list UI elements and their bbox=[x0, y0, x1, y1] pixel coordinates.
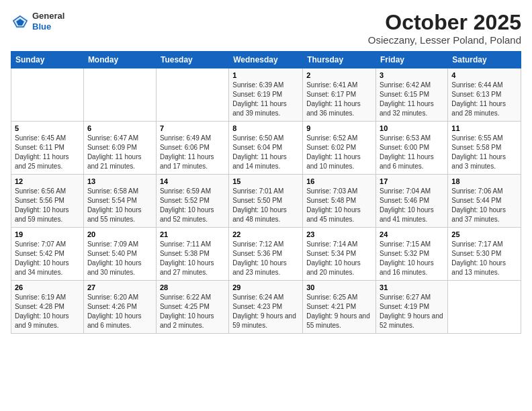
calendar-cell: 8Sunrise: 6:50 AM Sunset: 6:04 PM Daylig… bbox=[229, 122, 303, 175]
calendar-cell: 3Sunrise: 6:42 AM Sunset: 6:15 PM Daylig… bbox=[376, 68, 448, 122]
day-number: 15 bbox=[232, 177, 299, 185]
day-info: Sunrise: 6:39 AM Sunset: 6:19 PM Dayligh… bbox=[232, 81, 299, 118]
calendar-cell: 1Sunrise: 6:39 AM Sunset: 6:19 PM Daylig… bbox=[229, 68, 303, 122]
day-number: 13 bbox=[87, 177, 152, 185]
calendar-cell: 9Sunrise: 6:52 AM Sunset: 6:02 PM Daylig… bbox=[303, 122, 376, 175]
calendar-cell: 22Sunrise: 7:12 AM Sunset: 5:36 PM Dayli… bbox=[229, 228, 303, 281]
calendar-cell: 23Sunrise: 7:14 AM Sunset: 5:34 PM Dayli… bbox=[303, 228, 376, 281]
day-number: 12 bbox=[15, 177, 80, 185]
calendar-cell: 27Sunrise: 6:20 AM Sunset: 4:26 PM Dayli… bbox=[83, 281, 156, 334]
weekday-header-friday: Friday bbox=[376, 52, 448, 68]
day-number: 29 bbox=[232, 283, 299, 291]
calendar-cell: 17Sunrise: 7:04 AM Sunset: 5:46 PM Dayli… bbox=[376, 175, 448, 228]
day-info: Sunrise: 6:56 AM Sunset: 5:56 PM Dayligh… bbox=[15, 187, 80, 224]
weekday-header-monday: Monday bbox=[83, 52, 156, 68]
day-info: Sunrise: 6:19 AM Sunset: 4:28 PM Dayligh… bbox=[15, 293, 80, 330]
day-number: 23 bbox=[306, 230, 372, 238]
calendar-week-3: 12Sunrise: 6:56 AM Sunset: 5:56 PM Dayli… bbox=[11, 175, 521, 228]
calendar-cell: 4Sunrise: 6:44 AM Sunset: 6:13 PM Daylig… bbox=[448, 68, 521, 122]
day-number: 30 bbox=[306, 283, 372, 291]
calendar-cell: 24Sunrise: 7:15 AM Sunset: 5:32 PM Dayli… bbox=[376, 228, 448, 281]
day-info: Sunrise: 6:44 AM Sunset: 6:13 PM Dayligh… bbox=[451, 81, 517, 118]
calendar-cell bbox=[11, 68, 84, 122]
day-info: Sunrise: 6:59 AM Sunset: 5:52 PM Dayligh… bbox=[160, 187, 225, 224]
day-number: 18 bbox=[451, 177, 517, 185]
calendar-cell: 29Sunrise: 6:24 AM Sunset: 4:23 PM Dayli… bbox=[229, 281, 303, 334]
day-info: Sunrise: 7:01 AM Sunset: 5:50 PM Dayligh… bbox=[232, 187, 299, 224]
day-info: Sunrise: 7:11 AM Sunset: 5:38 PM Dayligh… bbox=[160, 240, 225, 277]
weekday-header-thursday: Thursday bbox=[303, 52, 376, 68]
day-number: 14 bbox=[160, 177, 225, 185]
day-number: 27 bbox=[87, 283, 152, 291]
logo: General Blue bbox=[11, 11, 64, 32]
day-info: Sunrise: 7:17 AM Sunset: 5:30 PM Dayligh… bbox=[451, 240, 517, 277]
day-info: Sunrise: 7:07 AM Sunset: 5:42 PM Dayligh… bbox=[15, 240, 80, 277]
weekday-header-wednesday: Wednesday bbox=[229, 52, 303, 68]
day-info: Sunrise: 6:42 AM Sunset: 6:15 PM Dayligh… bbox=[380, 81, 444, 118]
title-block: October 2025 Osieczany, Lesser Poland, P… bbox=[368, 11, 521, 46]
day-info: Sunrise: 6:47 AM Sunset: 6:09 PM Dayligh… bbox=[87, 134, 152, 171]
day-info: Sunrise: 7:15 AM Sunset: 5:32 PM Dayligh… bbox=[380, 240, 444, 277]
day-info: Sunrise: 6:45 AM Sunset: 6:11 PM Dayligh… bbox=[15, 134, 80, 171]
day-info: Sunrise: 6:25 AM Sunset: 4:21 PM Dayligh… bbox=[306, 293, 372, 330]
calendar-cell: 18Sunrise: 7:06 AM Sunset: 5:44 PM Dayli… bbox=[448, 175, 521, 228]
calendar-cell: 19Sunrise: 7:07 AM Sunset: 5:42 PM Dayli… bbox=[11, 228, 84, 281]
day-info: Sunrise: 6:27 AM Sunset: 4:19 PM Dayligh… bbox=[380, 293, 444, 330]
day-number: 7 bbox=[160, 124, 225, 132]
day-info: Sunrise: 6:41 AM Sunset: 6:17 PM Dayligh… bbox=[306, 81, 372, 118]
calendar-cell bbox=[83, 68, 156, 122]
calendar-cell: 16Sunrise: 7:03 AM Sunset: 5:48 PM Dayli… bbox=[303, 175, 376, 228]
day-number: 4 bbox=[451, 71, 517, 79]
day-number: 16 bbox=[306, 177, 372, 185]
calendar-cell: 7Sunrise: 6:49 AM Sunset: 6:06 PM Daylig… bbox=[156, 122, 228, 175]
weekday-header-sunday: Sunday bbox=[11, 52, 84, 68]
day-number: 2 bbox=[306, 71, 372, 79]
calendar-cell: 2Sunrise: 6:41 AM Sunset: 6:17 PM Daylig… bbox=[303, 68, 376, 122]
day-info: Sunrise: 7:09 AM Sunset: 5:40 PM Dayligh… bbox=[87, 240, 152, 277]
calendar-cell: 5Sunrise: 6:45 AM Sunset: 6:11 PM Daylig… bbox=[11, 122, 84, 175]
day-info: Sunrise: 7:03 AM Sunset: 5:48 PM Dayligh… bbox=[306, 187, 372, 224]
page-header: General Blue October 2025 Osieczany, Les… bbox=[11, 11, 521, 46]
logo-icon bbox=[11, 13, 30, 30]
calendar-cell: 26Sunrise: 6:19 AM Sunset: 4:28 PM Dayli… bbox=[11, 281, 84, 334]
day-number: 9 bbox=[306, 124, 372, 132]
calendar-cell: 13Sunrise: 6:58 AM Sunset: 5:54 PM Dayli… bbox=[83, 175, 156, 228]
day-number: 31 bbox=[380, 283, 444, 291]
location-title: Osieczany, Lesser Poland, Poland bbox=[368, 34, 521, 46]
calendar-cell: 20Sunrise: 7:09 AM Sunset: 5:40 PM Dayli… bbox=[83, 228, 156, 281]
calendar-week-5: 26Sunrise: 6:19 AM Sunset: 4:28 PM Dayli… bbox=[11, 281, 521, 334]
day-info: Sunrise: 6:53 AM Sunset: 6:00 PM Dayligh… bbox=[380, 134, 444, 171]
day-number: 1 bbox=[232, 71, 299, 79]
day-number: 10 bbox=[380, 124, 444, 132]
weekday-header-saturday: Saturday bbox=[448, 52, 521, 68]
weekday-header-tuesday: Tuesday bbox=[156, 52, 228, 68]
day-info: Sunrise: 6:20 AM Sunset: 4:26 PM Dayligh… bbox=[87, 293, 152, 330]
day-number: 6 bbox=[87, 124, 152, 132]
calendar-cell: 14Sunrise: 6:59 AM Sunset: 5:52 PM Dayli… bbox=[156, 175, 228, 228]
day-number: 11 bbox=[451, 124, 517, 132]
calendar-cell: 12Sunrise: 6:56 AM Sunset: 5:56 PM Dayli… bbox=[11, 175, 84, 228]
day-number: 24 bbox=[380, 230, 444, 238]
calendar-cell: 30Sunrise: 6:25 AM Sunset: 4:21 PM Dayli… bbox=[303, 281, 376, 334]
day-number: 25 bbox=[451, 230, 517, 238]
calendar-cell bbox=[156, 68, 228, 122]
day-info: Sunrise: 7:14 AM Sunset: 5:34 PM Dayligh… bbox=[306, 240, 372, 277]
calendar-cell: 28Sunrise: 6:22 AM Sunset: 4:25 PM Dayli… bbox=[156, 281, 228, 334]
day-info: Sunrise: 6:55 AM Sunset: 5:58 PM Dayligh… bbox=[451, 134, 517, 171]
logo-text: General Blue bbox=[32, 11, 64, 32]
day-number: 8 bbox=[232, 124, 299, 132]
day-number: 28 bbox=[160, 283, 225, 291]
day-info: Sunrise: 7:04 AM Sunset: 5:46 PM Dayligh… bbox=[380, 187, 444, 224]
day-info: Sunrise: 6:52 AM Sunset: 6:02 PM Dayligh… bbox=[306, 134, 372, 171]
day-info: Sunrise: 6:24 AM Sunset: 4:23 PM Dayligh… bbox=[232, 293, 299, 330]
day-info: Sunrise: 7:12 AM Sunset: 5:36 PM Dayligh… bbox=[232, 240, 299, 277]
calendar-cell: 21Sunrise: 7:11 AM Sunset: 5:38 PM Dayli… bbox=[156, 228, 228, 281]
calendar-week-1: 1Sunrise: 6:39 AM Sunset: 6:19 PM Daylig… bbox=[11, 68, 521, 122]
day-number: 21 bbox=[160, 230, 225, 238]
day-number: 3 bbox=[380, 71, 444, 79]
day-info: Sunrise: 6:49 AM Sunset: 6:06 PM Dayligh… bbox=[160, 134, 225, 171]
calendar-cell bbox=[448, 281, 521, 334]
day-number: 19 bbox=[15, 230, 80, 238]
weekday-header-row: SundayMondayTuesdayWednesdayThursdayFrid… bbox=[11, 52, 521, 68]
day-info: Sunrise: 7:06 AM Sunset: 5:44 PM Dayligh… bbox=[451, 187, 517, 224]
